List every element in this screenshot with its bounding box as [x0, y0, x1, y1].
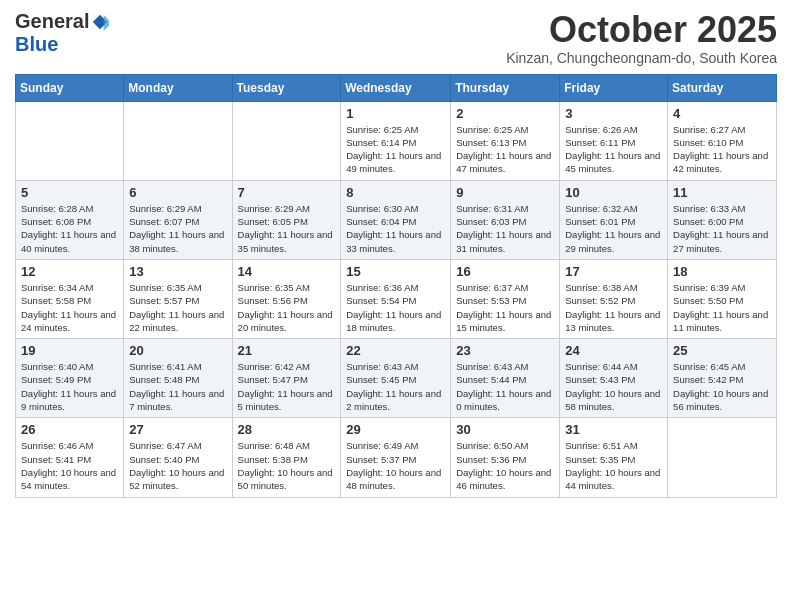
day-number: 19	[21, 343, 118, 358]
day-number: 15	[346, 264, 445, 279]
day-info: Sunrise: 6:39 AM Sunset: 5:50 PM Dayligh…	[673, 281, 771, 334]
day-number: 3	[565, 106, 662, 121]
day-number: 27	[129, 422, 226, 437]
day-info: Sunrise: 6:36 AM Sunset: 5:54 PM Dayligh…	[346, 281, 445, 334]
day-info: Sunrise: 6:41 AM Sunset: 5:48 PM Dayligh…	[129, 360, 226, 413]
day-info: Sunrise: 6:25 AM Sunset: 6:14 PM Dayligh…	[346, 123, 445, 176]
calendar-cell: 26Sunrise: 6:46 AM Sunset: 5:41 PM Dayli…	[16, 418, 124, 497]
calendar-cell: 5Sunrise: 6:28 AM Sunset: 6:08 PM Daylig…	[16, 180, 124, 259]
logo-general-text: General	[15, 10, 89, 33]
calendar-cell: 19Sunrise: 6:40 AM Sunset: 5:49 PM Dayli…	[16, 339, 124, 418]
calendar-week-row: 12Sunrise: 6:34 AM Sunset: 5:58 PM Dayli…	[16, 259, 777, 338]
day-info: Sunrise: 6:37 AM Sunset: 5:53 PM Dayligh…	[456, 281, 554, 334]
calendar-cell: 29Sunrise: 6:49 AM Sunset: 5:37 PM Dayli…	[341, 418, 451, 497]
weekday-header-friday: Friday	[560, 74, 668, 101]
calendar-cell: 30Sunrise: 6:50 AM Sunset: 5:36 PM Dayli…	[451, 418, 560, 497]
calendar-cell	[232, 101, 341, 180]
calendar-table: SundayMondayTuesdayWednesdayThursdayFrid…	[15, 74, 777, 498]
day-number: 9	[456, 185, 554, 200]
calendar-cell: 13Sunrise: 6:35 AM Sunset: 5:57 PM Dayli…	[124, 259, 232, 338]
day-info: Sunrise: 6:43 AM Sunset: 5:44 PM Dayligh…	[456, 360, 554, 413]
calendar-cell: 28Sunrise: 6:48 AM Sunset: 5:38 PM Dayli…	[232, 418, 341, 497]
day-number: 5	[21, 185, 118, 200]
day-number: 10	[565, 185, 662, 200]
calendar-cell: 6Sunrise: 6:29 AM Sunset: 6:07 PM Daylig…	[124, 180, 232, 259]
day-info: Sunrise: 6:28 AM Sunset: 6:08 PM Dayligh…	[21, 202, 118, 255]
day-number: 21	[238, 343, 336, 358]
day-number: 23	[456, 343, 554, 358]
day-number: 14	[238, 264, 336, 279]
day-number: 8	[346, 185, 445, 200]
weekday-header-saturday: Saturday	[668, 74, 777, 101]
day-info: Sunrise: 6:51 AM Sunset: 5:35 PM Dayligh…	[565, 439, 662, 492]
day-info: Sunrise: 6:35 AM Sunset: 5:57 PM Dayligh…	[129, 281, 226, 334]
calendar-cell: 8Sunrise: 6:30 AM Sunset: 6:04 PM Daylig…	[341, 180, 451, 259]
calendar-cell: 2Sunrise: 6:25 AM Sunset: 6:13 PM Daylig…	[451, 101, 560, 180]
calendar-cell: 14Sunrise: 6:35 AM Sunset: 5:56 PM Dayli…	[232, 259, 341, 338]
day-number: 2	[456, 106, 554, 121]
day-info: Sunrise: 6:29 AM Sunset: 6:05 PM Dayligh…	[238, 202, 336, 255]
day-info: Sunrise: 6:33 AM Sunset: 6:00 PM Dayligh…	[673, 202, 771, 255]
day-info: Sunrise: 6:38 AM Sunset: 5:52 PM Dayligh…	[565, 281, 662, 334]
day-number: 18	[673, 264, 771, 279]
calendar-cell: 15Sunrise: 6:36 AM Sunset: 5:54 PM Dayli…	[341, 259, 451, 338]
day-number: 31	[565, 422, 662, 437]
calendar-cell: 16Sunrise: 6:37 AM Sunset: 5:53 PM Dayli…	[451, 259, 560, 338]
calendar-cell: 3Sunrise: 6:26 AM Sunset: 6:11 PM Daylig…	[560, 101, 668, 180]
day-number: 11	[673, 185, 771, 200]
calendar-cell	[16, 101, 124, 180]
weekday-header-tuesday: Tuesday	[232, 74, 341, 101]
day-info: Sunrise: 6:34 AM Sunset: 5:58 PM Dayligh…	[21, 281, 118, 334]
calendar-cell: 7Sunrise: 6:29 AM Sunset: 6:05 PM Daylig…	[232, 180, 341, 259]
day-number: 12	[21, 264, 118, 279]
calendar-cell	[124, 101, 232, 180]
calendar-cell: 23Sunrise: 6:43 AM Sunset: 5:44 PM Dayli…	[451, 339, 560, 418]
day-info: Sunrise: 6:48 AM Sunset: 5:38 PM Dayligh…	[238, 439, 336, 492]
day-info: Sunrise: 6:50 AM Sunset: 5:36 PM Dayligh…	[456, 439, 554, 492]
calendar-cell: 27Sunrise: 6:47 AM Sunset: 5:40 PM Dayli…	[124, 418, 232, 497]
page-header: General Blue October 2025 Kinzan, Chungc…	[15, 10, 777, 66]
day-number: 4	[673, 106, 771, 121]
day-info: Sunrise: 6:44 AM Sunset: 5:43 PM Dayligh…	[565, 360, 662, 413]
day-info: Sunrise: 6:25 AM Sunset: 6:13 PM Dayligh…	[456, 123, 554, 176]
calendar-week-row: 26Sunrise: 6:46 AM Sunset: 5:41 PM Dayli…	[16, 418, 777, 497]
day-info: Sunrise: 6:27 AM Sunset: 6:10 PM Dayligh…	[673, 123, 771, 176]
day-number: 25	[673, 343, 771, 358]
day-number: 20	[129, 343, 226, 358]
day-number: 6	[129, 185, 226, 200]
day-number: 13	[129, 264, 226, 279]
calendar-cell: 21Sunrise: 6:42 AM Sunset: 5:47 PM Dayli…	[232, 339, 341, 418]
weekday-header-thursday: Thursday	[451, 74, 560, 101]
weekday-header-row: SundayMondayTuesdayWednesdayThursdayFrid…	[16, 74, 777, 101]
logo: General Blue	[15, 10, 109, 56]
day-info: Sunrise: 6:46 AM Sunset: 5:41 PM Dayligh…	[21, 439, 118, 492]
day-info: Sunrise: 6:35 AM Sunset: 5:56 PM Dayligh…	[238, 281, 336, 334]
calendar-cell	[668, 418, 777, 497]
logo-blue-text: Blue	[15, 33, 58, 56]
day-number: 30	[456, 422, 554, 437]
day-number: 29	[346, 422, 445, 437]
calendar-week-row: 1Sunrise: 6:25 AM Sunset: 6:14 PM Daylig…	[16, 101, 777, 180]
day-info: Sunrise: 6:40 AM Sunset: 5:49 PM Dayligh…	[21, 360, 118, 413]
day-number: 26	[21, 422, 118, 437]
logo-icon	[91, 13, 109, 31]
day-info: Sunrise: 6:45 AM Sunset: 5:42 PM Dayligh…	[673, 360, 771, 413]
day-number: 28	[238, 422, 336, 437]
day-info: Sunrise: 6:43 AM Sunset: 5:45 PM Dayligh…	[346, 360, 445, 413]
calendar-week-row: 19Sunrise: 6:40 AM Sunset: 5:49 PM Dayli…	[16, 339, 777, 418]
day-info: Sunrise: 6:26 AM Sunset: 6:11 PM Dayligh…	[565, 123, 662, 176]
location-subtitle: Kinzan, Chungcheongnam-do, South Korea	[506, 50, 777, 66]
calendar-cell: 10Sunrise: 6:32 AM Sunset: 6:01 PM Dayli…	[560, 180, 668, 259]
calendar-cell: 24Sunrise: 6:44 AM Sunset: 5:43 PM Dayli…	[560, 339, 668, 418]
day-number: 17	[565, 264, 662, 279]
day-info: Sunrise: 6:49 AM Sunset: 5:37 PM Dayligh…	[346, 439, 445, 492]
calendar-cell: 1Sunrise: 6:25 AM Sunset: 6:14 PM Daylig…	[341, 101, 451, 180]
day-info: Sunrise: 6:32 AM Sunset: 6:01 PM Dayligh…	[565, 202, 662, 255]
svg-marker-1	[104, 14, 109, 30]
day-info: Sunrise: 6:30 AM Sunset: 6:04 PM Dayligh…	[346, 202, 445, 255]
month-title: October 2025	[506, 10, 777, 50]
calendar-cell: 31Sunrise: 6:51 AM Sunset: 5:35 PM Dayli…	[560, 418, 668, 497]
title-block: October 2025 Kinzan, Chungcheongnam-do, …	[506, 10, 777, 66]
calendar-cell: 20Sunrise: 6:41 AM Sunset: 5:48 PM Dayli…	[124, 339, 232, 418]
calendar-cell: 17Sunrise: 6:38 AM Sunset: 5:52 PM Dayli…	[560, 259, 668, 338]
